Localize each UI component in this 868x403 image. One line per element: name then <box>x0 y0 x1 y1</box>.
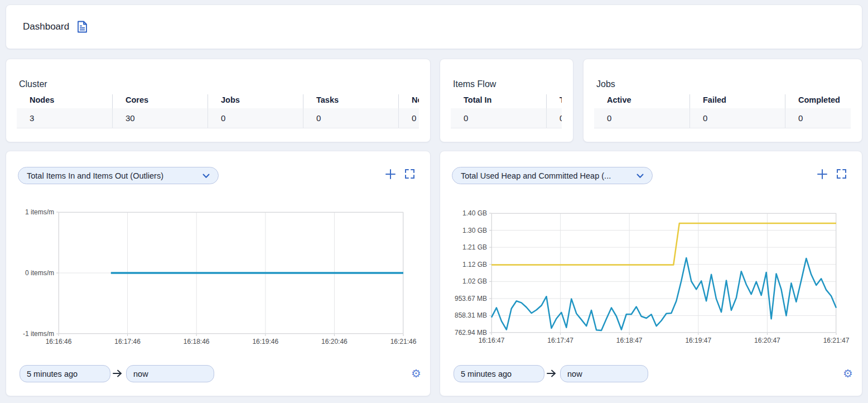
plot-area[interactable] <box>59 212 403 334</box>
stat-value: 0 <box>689 108 785 128</box>
chart-settings-button[interactable]: ⚙ <box>411 366 421 381</box>
y-tick-label: -1 items/m <box>23 330 54 338</box>
y-tick-label: 1.12 GB <box>462 261 487 268</box>
column-header: Total In <box>451 94 546 108</box>
document-icon <box>77 21 88 33</box>
stat-value: 0 <box>451 108 546 128</box>
stat-value: 30 <box>112 108 208 128</box>
y-tick-label: 1.21 GB <box>462 243 487 251</box>
add-chart-button[interactable] <box>383 167 398 182</box>
column-header: Tasks <box>303 94 398 108</box>
gear-icon: ⚙ <box>843 367 853 380</box>
stat-value: 0 <box>303 108 398 128</box>
y-axis-labels: 1 items/m0 items/m-1 items/m <box>6 212 54 334</box>
x-tick-label: 16:17:47 <box>547 337 573 344</box>
time-from-input[interactable] <box>20 365 110 382</box>
cluster-table: NodesCoresJobsTasksNo330000 <box>17 94 419 128</box>
expand-icon <box>837 172 846 180</box>
y-tick-label: 762.94 MB <box>455 329 487 337</box>
jobs-table: ActiveFailedCompleted000 <box>594 94 851 128</box>
items-flow-table: Total InTotal Out00 <box>451 94 562 128</box>
time-to-input[interactable] <box>560 365 648 382</box>
x-tick-label: 16:21:46 <box>390 338 417 346</box>
y-tick-label: 1.30 GB <box>462 227 487 234</box>
x-tick-label: 16:17:46 <box>114 338 141 346</box>
y-tick-label: 858.31 MB <box>455 311 487 319</box>
items-chart: 1 items/m0 items/m-1 items/m 16:16:4616:… <box>6 212 430 352</box>
column-header: Nodes <box>17 94 112 108</box>
y-tick-label: 953.67 MB <box>455 295 487 303</box>
top-bar: Dashboard <box>6 4 862 49</box>
page-title: Dashboard <box>23 21 69 32</box>
y-tick-label: 0 items/m <box>25 269 54 277</box>
x-axis-labels: 16:16:4616:17:4616:18:4616:19:4616:20:46… <box>59 338 403 347</box>
x-tick-label: 16:18:47 <box>616 337 643 344</box>
items-flow-card-title: Items Flow <box>453 79 496 89</box>
time-from-input[interactable] <box>454 365 544 382</box>
stat-value: 0 <box>398 108 419 128</box>
cluster-card: Cluster NodesCoresJobsTasksNo330000 <box>6 59 431 142</box>
metric-select-items[interactable]: Total Items In and Items Out (Outliers) <box>18 167 219 184</box>
fullscreen-button[interactable] <box>402 167 417 182</box>
fullscreen-button[interactable] <box>834 167 848 182</box>
heap-chart: 1.40 GB1.30 GB1.21 GB1.12 GB1.02 GB953.6… <box>440 213 862 352</box>
metric-select-heap[interactable]: Total Used Heap and Committed Heap (... <box>452 167 653 184</box>
x-tick-label: 16:16:46 <box>46 338 72 346</box>
column-header: No <box>398 94 419 108</box>
arrow-right-icon <box>546 369 557 380</box>
add-chart-button[interactable] <box>815 167 830 182</box>
x-axis-labels: 16:16:4716:17:4716:18:4716:19:4716:20:47… <box>491 337 836 346</box>
column-header: Active <box>594 94 689 108</box>
cluster-card-title: Cluster <box>19 79 47 89</box>
y-tick-label: 1.02 GB <box>462 277 487 285</box>
x-tick-label: 16:21:47 <box>823 337 850 344</box>
items-flow-card: Items Flow Total InTotal Out00 <box>440 59 573 142</box>
column-header: Total Out <box>546 94 562 108</box>
stat-value: 0 <box>785 108 851 128</box>
chart-settings-button[interactable]: ⚙ <box>843 366 853 381</box>
plus-icon <box>385 173 396 181</box>
x-tick-label: 16:19:46 <box>252 338 278 346</box>
y-tick-label: 1.40 GB <box>462 209 487 217</box>
stat-value: 0 <box>594 108 689 128</box>
arrow-right-icon <box>112 369 123 380</box>
stat-value: 3 <box>17 108 112 128</box>
stat-value: 0 <box>208 108 303 128</box>
expand-icon <box>405 172 414 180</box>
x-tick-label: 16:16:47 <box>479 337 505 344</box>
stat-value: 0 <box>546 108 562 128</box>
items-chart-card: Total Items In and Items Out (Outliers) … <box>6 151 431 396</box>
plot-area[interactable] <box>491 213 836 333</box>
plus-icon <box>817 173 828 181</box>
column-header: Completed <box>785 94 851 108</box>
gear-icon: ⚙ <box>411 367 421 380</box>
x-tick-label: 16:20:47 <box>754 337 780 344</box>
metric-select-label: Total Used Heap and Committed Heap (... <box>461 171 611 180</box>
time-to-input[interactable] <box>126 365 214 382</box>
y-tick-label: 1 items/m <box>25 208 54 216</box>
y-axis-labels: 1.40 GB1.30 GB1.21 GB1.12 GB1.02 GB953.6… <box>440 213 487 333</box>
jobs-card: Jobs ActiveFailedCompleted000 <box>583 59 862 142</box>
x-tick-label: 16:18:46 <box>184 338 210 346</box>
column-header: Jobs <box>208 94 303 108</box>
metric-select-label: Total Items In and Items Out (Outliers) <box>27 171 163 180</box>
x-tick-label: 16:19:47 <box>685 337 711 344</box>
heap-chart-card: Total Used Heap and Committed Heap (... … <box>440 151 862 396</box>
column-header: Failed <box>689 94 785 108</box>
jobs-card-title: Jobs <box>596 79 615 89</box>
x-tick-label: 16:20:46 <box>321 338 348 346</box>
column-header: Cores <box>112 94 208 108</box>
